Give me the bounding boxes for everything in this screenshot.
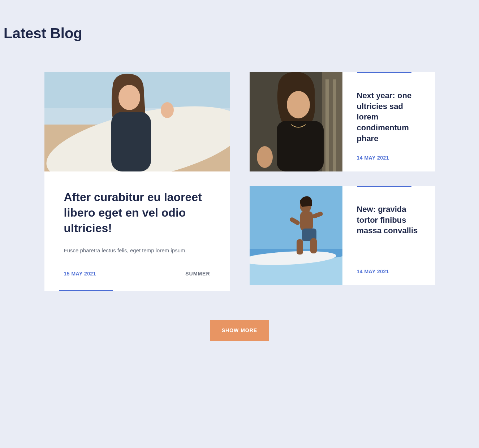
small-blog-card[interactable]: Next year: one ultricies sad lorem condi… — [250, 72, 435, 171]
blog-grid: After curabitur eu laoreet libero eget e… — [44, 72, 435, 291]
small-card-image — [250, 72, 342, 171]
featured-blog-card[interactable]: After curabitur eu laoreet libero eget e… — [44, 72, 230, 291]
small-card-content: New: gravida tortor finibus massa conval… — [342, 186, 435, 285]
svg-rect-22 — [297, 239, 303, 255]
right-column: Next year: one ultricies sad lorem condi… — [250, 72, 435, 291]
accent-bar — [357, 186, 411, 187]
small-card-title: Next year: one ultricies sad lorem condi… — [357, 90, 426, 144]
featured-image — [44, 72, 230, 171]
svg-rect-20 — [300, 211, 313, 231]
svg-rect-11 — [333, 79, 336, 171]
show-more-wrap: SHOW MORE — [4, 320, 475, 341]
svg-point-13 — [287, 91, 310, 118]
svg-point-5 — [118, 85, 140, 110]
svg-point-15 — [257, 146, 273, 168]
small-card-image — [250, 186, 342, 285]
small-card-content: Next year: one ultricies sad lorem condi… — [342, 72, 435, 171]
svg-rect-10 — [325, 79, 329, 171]
featured-date: 15 MAY 2021 — [64, 271, 96, 277]
accent-bar — [357, 72, 411, 73]
svg-rect-6 — [111, 112, 151, 171]
featured-category: SUMMER — [185, 271, 210, 277]
featured-excerpt: Fusce pharetra lectus felis, eget temp l… — [64, 247, 210, 253]
svg-rect-14 — [277, 121, 324, 171]
small-blog-card[interactable]: New: gravida tortor finibus massa conval… — [250, 186, 435, 285]
featured-title: After curabitur eu laoreet libero eget e… — [64, 190, 210, 236]
small-card-date: 14 MAY 2021 — [357, 269, 426, 274]
featured-content: After curabitur eu laoreet libero eget e… — [44, 171, 230, 291]
accent-bar — [59, 290, 113, 291]
section-title: Latest Blog — [4, 25, 475, 42]
svg-point-7 — [161, 102, 174, 118]
featured-meta: 15 MAY 2021 SUMMER — [64, 271, 210, 277]
show-more-button[interactable]: SHOW MORE — [210, 320, 269, 341]
small-card-date: 14 MAY 2021 — [357, 155, 426, 161]
small-card-title: New: gravida tortor finibus massa conval… — [357, 204, 426, 236]
left-column: After curabitur eu laoreet libero eget e… — [44, 72, 230, 291]
svg-rect-9 — [322, 72, 342, 171]
svg-rect-23 — [310, 238, 317, 253]
